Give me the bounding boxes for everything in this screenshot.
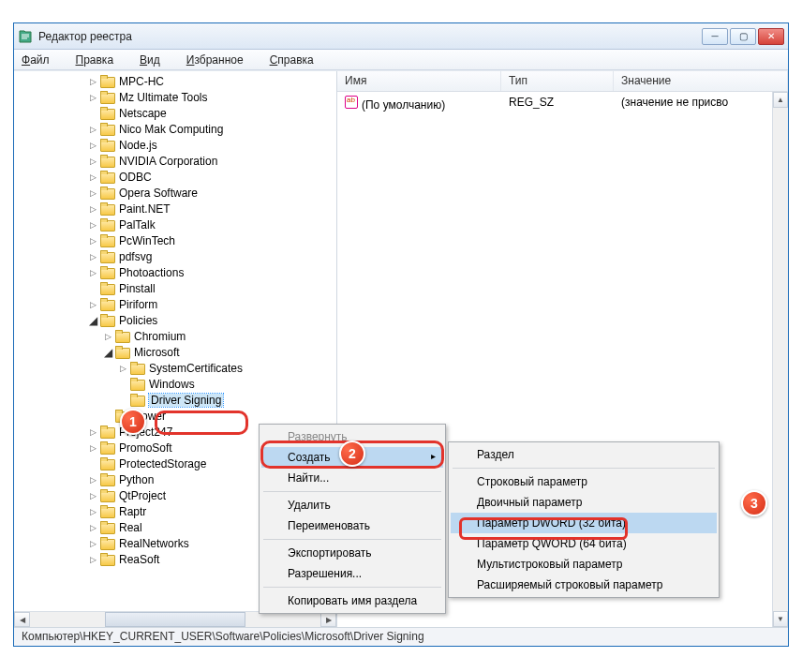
tree-node[interactable]: ◢Policies xyxy=(20,312,336,328)
expand-icon[interactable] xyxy=(87,283,98,294)
ctx-rename[interactable]: Переименовать xyxy=(261,515,443,536)
tree-scroll-thumb[interactable] xyxy=(105,612,245,627)
expand-icon[interactable] xyxy=(87,458,98,470)
expand-icon[interactable]: ▷ xyxy=(87,490,98,501)
marker-2: 2 xyxy=(339,441,365,467)
expand-icon[interactable]: ▷ xyxy=(87,156,98,167)
tree-node[interactable]: ▷Photoactions xyxy=(20,264,336,280)
expand-icon[interactable]: ◢ xyxy=(102,347,113,358)
create-expandstring[interactable]: Расширяемый строковый параметр xyxy=(451,575,717,595)
scroll-up-icon[interactable]: ▲ xyxy=(773,92,788,108)
tree-node[interactable]: Power xyxy=(20,408,336,424)
expand-icon[interactable]: ▷ xyxy=(87,474,98,485)
value-type: REG_SZ xyxy=(501,94,614,113)
tree-label: MPC-HC xyxy=(119,75,164,88)
expand-icon[interactable]: ▷ xyxy=(87,522,98,533)
ctx-copy-keyname[interactable]: Копировать имя раздела xyxy=(261,590,443,611)
expand-icon[interactable]: ▷ xyxy=(87,92,98,103)
window-title: Редактор реестра xyxy=(38,30,702,43)
expand-icon[interactable]: ▷ xyxy=(87,172,98,183)
ctx-export[interactable]: Экспортировать xyxy=(261,543,443,563)
tree-node[interactable]: ▷MPC-HC xyxy=(20,73,336,89)
expand-icon[interactable]: ▷ xyxy=(87,442,98,454)
tree-node[interactable]: ▷pdfsvg xyxy=(20,248,336,264)
column-value[interactable]: Значение xyxy=(614,71,788,91)
folder-icon xyxy=(100,123,115,135)
tree-node[interactable]: Pinstall xyxy=(20,280,336,296)
expand-icon[interactable] xyxy=(102,411,113,422)
list-header: Имя Тип Значение xyxy=(337,71,788,92)
expand-icon[interactable]: ▷ xyxy=(87,251,98,262)
column-type[interactable]: Тип xyxy=(501,71,614,91)
expand-icon[interactable]: ▷ xyxy=(102,331,113,342)
list-row[interactable]: (По умолчанию) REG_SZ (значение не присв… xyxy=(337,92,788,115)
tree-node[interactable]: Driver Signing xyxy=(20,392,336,408)
menu-favorites[interactable]: Избранное xyxy=(186,53,257,67)
tree-node[interactable]: ▷Paint.NET xyxy=(20,201,336,217)
ctx-permissions[interactable]: Разрешения... xyxy=(261,563,443,584)
expand-icon[interactable]: ◢ xyxy=(87,315,98,326)
create-string[interactable]: Строковый параметр xyxy=(451,471,717,492)
folder-icon xyxy=(100,75,115,87)
create-qword[interactable]: Параметр QWORD (64 бита) xyxy=(451,533,717,554)
expand-icon[interactable]: ▷ xyxy=(87,219,98,231)
ctx-delete[interactable]: Удалить xyxy=(261,495,443,515)
expand-icon[interactable]: ▷ xyxy=(87,235,98,246)
tree-node[interactable]: ▷SystemCertificates xyxy=(20,360,336,376)
tree-node[interactable]: ▷Node.js xyxy=(20,137,336,153)
expand-icon[interactable]: ▷ xyxy=(87,140,98,151)
menu-file[interactable]: Файл xyxy=(22,53,63,67)
create-key[interactable]: Раздел xyxy=(451,444,717,465)
expand-icon[interactable]: ▷ xyxy=(87,554,98,565)
folder-icon xyxy=(100,155,115,167)
folder-icon xyxy=(130,394,145,406)
expand-icon[interactable]: ▷ xyxy=(87,203,98,215)
tree-label: Microsoft xyxy=(134,346,180,359)
maximize-button[interactable]: ▢ xyxy=(730,28,756,45)
tree-node[interactable]: ▷Chromium xyxy=(20,328,336,344)
tree-node[interactable]: ▷Mz Ultimate Tools xyxy=(20,89,336,105)
expand-icon[interactable]: ▷ xyxy=(87,426,98,438)
close-button[interactable]: ✕ xyxy=(758,28,784,45)
tree-label: pdfsvg xyxy=(119,250,152,263)
menu-help[interactable]: Справка xyxy=(270,53,327,67)
menu-view[interactable]: Вид xyxy=(140,53,173,67)
expand-icon[interactable] xyxy=(117,379,128,390)
tree-node[interactable]: ◢Microsoft xyxy=(20,344,336,360)
folder-icon xyxy=(130,362,145,374)
menu-edit[interactable]: Правка xyxy=(76,53,127,67)
expand-icon[interactable]: ▷ xyxy=(87,124,98,135)
expand-icon[interactable]: ▷ xyxy=(87,76,98,87)
tree-node[interactable]: ▷PcWinTech xyxy=(20,232,336,248)
create-binary[interactable]: Двоичный параметр xyxy=(451,492,717,513)
tree-node[interactable]: ▷Piriform xyxy=(20,296,336,312)
expand-icon[interactable]: ▷ xyxy=(87,538,98,549)
folder-icon xyxy=(100,171,115,183)
tree-node[interactable]: ▷PalTalk xyxy=(20,217,336,232)
tree-node[interactable]: ▷NVIDIA Corporation xyxy=(20,153,336,169)
tree-node[interactable]: Windows xyxy=(20,376,336,392)
tree-label: Nico Mak Computing xyxy=(119,123,223,136)
titlebar[interactable]: Редактор реестра ─ ▢ ✕ xyxy=(14,23,788,50)
ctx-find[interactable]: Найти... xyxy=(261,468,443,488)
values-vscrollbar[interactable]: ▲ ▼ xyxy=(772,92,788,627)
expand-icon[interactable]: ▷ xyxy=(87,267,98,278)
tree-scroll-right[interactable]: ▶ xyxy=(320,612,336,627)
expand-icon[interactable]: ▷ xyxy=(117,363,128,374)
tree-scroll-left[interactable]: ◀ xyxy=(14,612,30,627)
minimize-button[interactable]: ─ xyxy=(702,28,728,45)
create-dword[interactable]: Параметр DWORD (32 бита) xyxy=(451,513,717,533)
tree-node[interactable]: ▷ODBC xyxy=(20,169,336,185)
expand-icon[interactable]: ▷ xyxy=(87,299,98,310)
scroll-down-icon[interactable]: ▼ xyxy=(773,611,788,627)
expand-icon[interactable]: ▷ xyxy=(87,187,98,199)
expand-icon[interactable] xyxy=(87,108,98,119)
expand-icon[interactable] xyxy=(117,395,128,406)
column-name[interactable]: Имя xyxy=(337,71,501,91)
tree-node[interactable]: ▷Opera Software xyxy=(20,185,336,201)
folder-icon xyxy=(115,330,130,342)
tree-node[interactable]: ▷Nico Mak Computing xyxy=(20,121,336,137)
expand-icon[interactable]: ▷ xyxy=(87,506,98,517)
create-multistring[interactable]: Мультистроковый параметр xyxy=(451,554,717,575)
tree-node[interactable]: Netscape xyxy=(20,105,336,121)
